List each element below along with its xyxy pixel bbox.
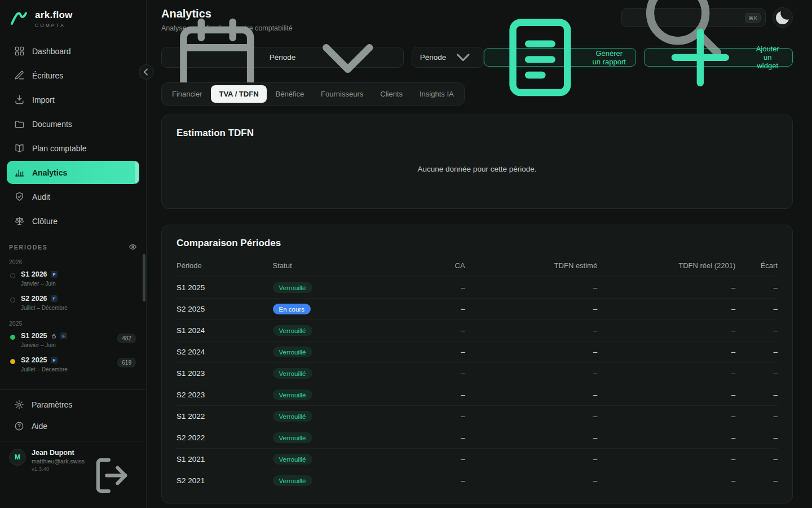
cell-tdfn-estime: –	[465, 384, 598, 406]
cell-tdfn-reel: –	[597, 277, 735, 299]
cell-period: S2 2023	[176, 384, 273, 406]
sidebar-item-import[interactable]: Import	[7, 88, 139, 111]
period-item[interactable]: S2 2026FJuillet – Décembre	[9, 291, 137, 315]
moon-icon	[773, 8, 792, 27]
period-filter-button[interactable]: Période	[161, 47, 404, 68]
sidebar-item-documents[interactable]: Documents	[7, 112, 139, 135]
table-row[interactable]: S2 2021Verrouillé––––	[176, 470, 778, 492]
sidebar-scrollbar-thumb[interactable]	[143, 254, 145, 301]
cell-status: Verrouillé	[273, 320, 387, 341]
generate-report-button[interactable]: Générer un rapport	[484, 48, 636, 67]
period-item[interactable]: S1 2026FJanvier – Juin	[9, 266, 137, 291]
period-label: S2 2026	[21, 295, 47, 303]
cell-status: Verrouillé	[273, 427, 387, 449]
cell-period: S1 2021	[176, 449, 273, 470]
table-row[interactable]: S2 2023Verrouillé––––	[176, 384, 778, 406]
period-item[interactable]: S1 2025FJanvier – Juin482	[9, 328, 137, 352]
status-badge: Verrouillé	[273, 368, 312, 379]
table-row[interactable]: S1 2022Verrouillé––––	[176, 406, 778, 427]
sidebar-footer-nav: ParamètresAide	[0, 389, 146, 441]
logout-icon[interactable]	[90, 452, 137, 499]
add-widget-button[interactable]: Ajouter un widget	[644, 48, 793, 67]
user-info: Jean Dupont matthieu@ark.swiss v1.3.40	[32, 449, 85, 472]
folder-icon	[14, 119, 25, 129]
period-item-top: S2 2025F	[21, 356, 112, 364]
grid-icon	[14, 46, 25, 56]
user-block[interactable]: M Jean Dupont matthieu@ark.swiss v1.3.40	[0, 441, 146, 508]
period-item-main: S2 2025FJuillet – Décembre	[21, 356, 112, 373]
cell-status: Verrouillé	[273, 363, 387, 384]
cell-period: S1 2025	[176, 277, 273, 299]
period-range: Juillet – Décembre	[21, 366, 112, 373]
column-header-ca: CA	[387, 255, 465, 277]
period-count-badge: 482	[117, 334, 136, 343]
periods-header: PERIODES	[9, 243, 137, 251]
period-item[interactable]: S2 2025FJuillet – Décembre619	[9, 352, 137, 376]
tab-benefice[interactable]: Bénéfice	[268, 85, 312, 103]
table-row[interactable]: S1 2021Verrouillé––––	[176, 449, 778, 470]
cell-tdfn-estime: –	[465, 449, 598, 470]
tab-financier[interactable]: Financier	[164, 85, 210, 103]
sidebar-item-plan-comptable[interactable]: Plan comptable	[7, 137, 139, 160]
tab-fournisseurs[interactable]: Fournisseurs	[313, 85, 371, 103]
cell-status: Verrouillé	[273, 341, 387, 363]
sidebar-item-aide[interactable]: Aide	[7, 415, 139, 437]
cell-status: Verrouillé	[273, 449, 387, 470]
sidebar-item-label: Plan comptable	[32, 144, 87, 153]
table-row[interactable]: S1 2024Verrouillé––––	[176, 320, 778, 341]
cell-tdfn-reel: –	[597, 406, 735, 427]
tab-tva-tdfn[interactable]: TVA / TDFN	[211, 85, 266, 103]
sidebar-item-label: Paramètres	[32, 400, 72, 409]
sidebar-item-label: Dashboard	[32, 47, 71, 56]
sidebar-item-label: Écritures	[32, 71, 63, 80]
sidebar-item-audit[interactable]: Audit	[7, 185, 139, 208]
eye-icon[interactable]	[129, 243, 137, 251]
cell-tdfn-estime: –	[465, 427, 598, 449]
sidebar-item-ecritures[interactable]: Écritures	[7, 64, 139, 87]
main-content: Analytics Analyse approfondie de votre c…	[147, 0, 812, 508]
tab-clients[interactable]: Clients	[372, 85, 411, 103]
cell-ecart: –	[735, 341, 778, 363]
sidebar-collapse-button[interactable]	[139, 64, 154, 80]
table-row[interactable]: S2 2025En cours––––	[176, 299, 778, 320]
cell-ecart: –	[735, 363, 778, 384]
lock-icon	[51, 333, 57, 339]
theme-toggle-button[interactable]	[773, 7, 793, 28]
sidebar-item-dashboard[interactable]: Dashboard	[7, 40, 139, 63]
tab-insights-ia[interactable]: Insights IA	[412, 85, 462, 103]
cell-tdfn-estime: –	[465, 470, 598, 492]
table-row[interactable]: S2 2024Verrouillé––––	[176, 341, 778, 363]
table-body: S1 2025Verrouillé––––S2 2025En cours––––…	[176, 277, 778, 492]
period-range: Juillet – Décembre	[21, 305, 136, 311]
cell-status: Verrouillé	[273, 384, 387, 406]
sidebar-item-label: Documents	[32, 120, 72, 129]
sidebar-item-analytics[interactable]: Analytics	[7, 161, 139, 184]
cell-ecart: –	[735, 384, 778, 406]
brand: ark.flow COMPTA	[0, 0, 146, 36]
table-head: PériodeStatutCATDFN estiméTDFN réel (220…	[176, 255, 778, 277]
sidebar-item-cloture[interactable]: Clôture	[7, 209, 139, 233]
cell-tdfn-reel: –	[597, 320, 735, 341]
cell-ca: –	[387, 406, 465, 427]
help-icon	[14, 421, 24, 431]
cell-tdfn-estime: –	[465, 363, 598, 384]
period-item-top: S1 2025F	[21, 332, 112, 340]
gear-icon	[14, 400, 24, 410]
period-item-main: S2 2026FJuillet – Décembre	[21, 295, 136, 311]
table-row[interactable]: S1 2023Verrouillé––––	[176, 363, 778, 384]
period-item-top: S1 2026F	[21, 270, 136, 278]
chevron-down-icon	[451, 45, 475, 69]
cell-status: Verrouillé	[273, 277, 387, 299]
periods-year-label: 2025	[9, 320, 137, 327]
period-select[interactable]: Période	[412, 47, 484, 68]
status-badge: Verrouillé	[273, 454, 312, 465]
period-item-main: S1 2025FJanvier – Juin	[21, 332, 112, 348]
cell-status: Verrouillé	[273, 470, 387, 492]
sidebar-item-parametres[interactable]: Paramètres	[7, 394, 139, 415]
period-filter-label: Période	[270, 53, 296, 62]
cell-period: S2 2024	[176, 341, 273, 363]
table-row[interactable]: S1 2025Verrouillé––––	[176, 277, 778, 299]
table-row[interactable]: S2 2022Verrouillé––––	[176, 427, 778, 449]
periods-section: PERIODES 2026S1 2026FJanvier – JuinS2 20…	[0, 234, 146, 389]
cell-tdfn-estime: –	[465, 341, 598, 363]
